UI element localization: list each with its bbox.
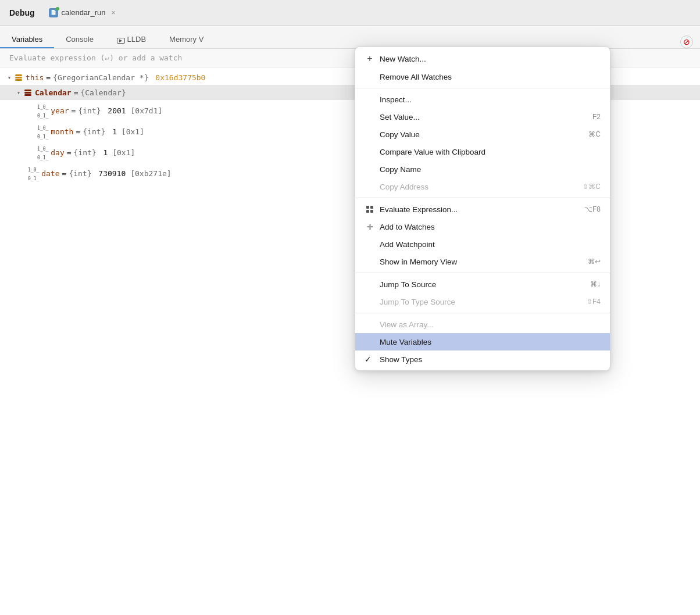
add-to-watches-label: Add to Watches: [380, 223, 435, 231]
show-types-checkmark: ✓: [365, 355, 375, 364]
menu-section-jump: Jump To Source ⌘↓ Jump To Type Source ⇧F…: [355, 273, 610, 313]
copy-name-label: Copy Name: [380, 165, 421, 174]
menu-item-add-watchpoint[interactable]: Add Watchpoint: [355, 235, 610, 253]
copy-address-label: Copy Address: [380, 183, 428, 191]
copy-value-shortcut: ⌘C: [588, 130, 601, 138]
new-watch-label: New Watch...: [380, 55, 426, 63]
new-watch-icon: +: [365, 53, 375, 64]
menu-item-evaluate-expression[interactable]: Evaluate Expression... ⌥F8: [355, 201, 610, 218]
copy-address-shortcut: ⇧⌘C: [583, 183, 601, 191]
menu-item-set-value[interactable]: Set Value... F2: [355, 108, 610, 126]
set-value-label: Set Value...: [380, 113, 420, 121]
menu-item-add-to-watches[interactable]: ✛ Add to Watches: [355, 218, 610, 235]
jump-to-source-label: Jump To Source: [380, 280, 436, 289]
menu-section-value: Inspect... Set Value... F2 Copy Value ⌘C: [355, 88, 610, 198]
svg-rect-0: [366, 206, 369, 209]
menu-item-jump-to-type-source: Jump To Type Source ⇧F4: [355, 293, 610, 310]
menu-item-show-in-memory-view[interactable]: Show in Memory View ⌘↩: [355, 253, 610, 270]
menu-item-jump-to-source[interactable]: Jump To Source ⌘↓: [355, 276, 610, 293]
remove-watches-label: Remove All Watches: [380, 73, 452, 81]
menu-section-watch: + New Watch... Remove All Watches: [355, 47, 610, 88]
evaluate-expression-label: Evaluate Expression...: [380, 205, 458, 214]
evaluate-expression-icon: [365, 205, 375, 213]
svg-rect-1: [370, 206, 373, 209]
show-memory-label: Show in Memory View: [380, 258, 457, 266]
show-types-label: Show Types: [380, 355, 422, 364]
context-menu: + New Watch... Remove All Watches Inspec…: [355, 47, 610, 371]
jump-type-source-shortcut: ⇧F4: [587, 298, 601, 306]
add-watchpoint-label: Add Watchpoint: [380, 240, 435, 249]
svg-rect-3: [370, 210, 373, 213]
menu-item-copy-address: Copy Address ⇧⌘C: [355, 178, 610, 195]
menu-item-remove-all-watches[interactable]: Remove All Watches: [355, 68, 610, 85]
menu-item-view-as-array: View as Array...: [355, 316, 610, 333]
svg-rect-2: [366, 210, 369, 213]
menu-item-copy-value[interactable]: Copy Value ⌘C: [355, 126, 610, 143]
menu-section-evaluate: Evaluate Expression... ⌥F8 ✛ Add to Watc…: [355, 198, 610, 273]
menu-section-view: View as Array... Mute Variables ✓ Show T…: [355, 313, 610, 370]
add-to-watches-icon: ✛: [365, 223, 375, 231]
copy-value-label: Copy Value: [380, 130, 420, 139]
inspect-label: Inspect...: [380, 95, 412, 104]
menu-item-new-watch[interactable]: + New Watch...: [355, 49, 610, 68]
compare-value-label: Compare Value with Clipboard: [380, 148, 485, 156]
jump-type-source-label: Jump To Type Source: [380, 298, 455, 306]
evaluate-expression-shortcut: ⌥F8: [584, 205, 601, 213]
menu-item-show-types[interactable]: ✓ Show Types: [355, 351, 610, 368]
menu-item-mute-variables[interactable]: Mute Variables: [355, 333, 610, 351]
show-memory-shortcut: ⌘↩: [588, 258, 601, 266]
view-as-array-label: View as Array...: [380, 320, 434, 329]
menu-item-copy-name[interactable]: Copy Name: [355, 160, 610, 178]
menu-item-inspect[interactable]: Inspect...: [355, 91, 610, 108]
set-value-shortcut: F2: [592, 113, 601, 121]
context-menu-overlay[interactable]: + New Watch... Remove All Watches Inspec…: [0, 0, 700, 615]
menu-item-compare-value[interactable]: Compare Value with Clipboard: [355, 143, 610, 160]
jump-to-source-shortcut: ⌘↓: [590, 280, 601, 288]
mute-variables-label: Mute Variables: [380, 338, 431, 346]
